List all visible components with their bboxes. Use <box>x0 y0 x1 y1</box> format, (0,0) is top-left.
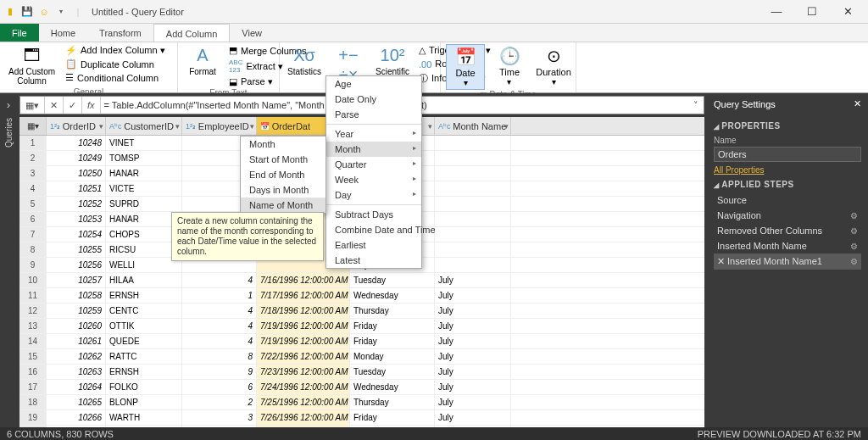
corner-cell[interactable]: ▦▾ <box>19 117 47 135</box>
submenu-days-month[interactable]: Days in Month <box>241 182 326 198</box>
save-icon[interactable]: 💾 <box>20 5 34 19</box>
stats-icon: Xσ <box>293 46 315 65</box>
maximize-button[interactable]: ☐ <box>802 5 822 18</box>
gear-icon[interactable]: ⚙ <box>850 211 858 220</box>
applied-step[interactable]: Inserted Month Name⚙ <box>714 238 861 253</box>
conditional-icon: ☰ <box>65 72 74 83</box>
table-row[interactable]: 1010257HILAA47/16/1996 12:00:00 AMTuesda… <box>19 273 704 288</box>
menu-latest[interactable]: Latest <box>326 253 421 268</box>
menu-age[interactable]: Age <box>326 76 421 92</box>
menu-year[interactable]: Year▸ <box>326 126 421 142</box>
add-index-column-button[interactable]: ⚡Add Index Column ▾ <box>64 44 167 57</box>
custom-column-icon: 🗔 <box>24 46 41 65</box>
gear-icon[interactable]: ⚙ <box>850 242 858 251</box>
col-employeeid[interactable]: 1²₃ EmployeeID▾ <box>182 117 257 135</box>
menu-parse[interactable]: Parse <box>326 107 421 122</box>
tooltip: Create a new column containing the name … <box>171 212 324 261</box>
table-row[interactable]: 1510262RATTC87/22/1996 12:00:00 AMMonday… <box>19 349 704 365</box>
duplicate-column-button[interactable]: 📋Duplicate Column <box>64 58 167 70</box>
date-button[interactable]: 📅Date▾ <box>446 44 485 90</box>
menu-day[interactable]: Day▸ <box>326 187 421 203</box>
table-row[interactable]: 1410261QUEDE47/19/1996 12:00:00 AMFriday… <box>19 334 704 349</box>
duration-button[interactable]: ⊙Duration▾ <box>534 44 573 88</box>
table-row[interactable]: 1810265BLONP27/25/1996 12:00:00 AMThursd… <box>19 395 704 410</box>
tab-transform[interactable]: Transform <box>87 24 153 42</box>
trig-icon: △ <box>419 45 426 56</box>
menu-quarter[interactable]: Quarter▸ <box>326 157 421 172</box>
table-row[interactable]: 1610263ERNSH97/23/1996 12:00:00 AMTuesda… <box>19 365 704 380</box>
gear-icon[interactable]: ⚙ <box>850 257 858 266</box>
submenu-month[interactable]: Month <box>241 136 326 152</box>
settings-title: Query Settings <box>714 99 776 109</box>
table-row[interactable]: 1310260OTTIK47/19/1996 12:00:00 AMFriday… <box>19 319 704 334</box>
tab-file[interactable]: File <box>0 24 39 42</box>
col-customerid[interactable]: Aᵇc CustomerID▾ <box>106 117 182 135</box>
smiley-icon[interactable]: ☺ <box>37 5 51 19</box>
tab-view[interactable]: View <box>230 24 274 42</box>
queries-label: Queries <box>4 118 14 148</box>
status-right: PREVIEW DOWNLOADED AT 6:32 PM <box>698 429 861 439</box>
close-button[interactable]: ✕ <box>837 5 858 18</box>
table-row[interactable]: 1110258ERNSH17/17/1996 12:00:00 AMWednes… <box>19 288 704 304</box>
properties-section[interactable]: PROPERTIES <box>714 121 861 131</box>
menu-tabs: File Home Transform Add Column View <box>0 24 868 42</box>
applied-step[interactable]: Navigation⚙ <box>714 208 861 223</box>
gear-icon[interactable]: ⚙ <box>850 226 858 236</box>
time-icon: 🕒 <box>499 46 520 66</box>
menu-month[interactable]: Month▸ <box>326 142 421 157</box>
app-icon: ▮ <box>3 5 17 19</box>
format-icon: A <box>197 46 208 65</box>
menu-earliest[interactable]: Earliest <box>326 237 421 253</box>
applied-step[interactable]: Source <box>714 192 861 208</box>
status-left: 6 COLUMNS, 830 ROWS <box>7 429 114 439</box>
menu-week[interactable]: Week▸ <box>326 172 421 187</box>
ribbon: 🗔 Add Custom Column ⚡Add Index Column ▾ … <box>0 42 868 93</box>
table-row[interactable]: 1710264FOLKO67/24/1996 12:00:00 AMWednes… <box>19 380 704 395</box>
formula-accept[interactable]: ✓ <box>64 97 82 114</box>
conditional-column-button[interactable]: ☰Conditional Column <box>64 71 167 84</box>
tab-home[interactable]: Home <box>39 24 87 42</box>
submenu-name-month[interactable]: Name of Month <box>241 198 326 213</box>
date-icon: 📅 <box>455 47 476 67</box>
all-properties-link[interactable]: All Properties <box>714 165 861 175</box>
settings-close[interactable]: ✕ <box>854 98 861 109</box>
scientific-button[interactable]: 10²Scientific <box>373 44 412 78</box>
parse-icon: ⬓ <box>229 76 237 87</box>
menu-date-only[interactable]: Date Only <box>326 92 421 107</box>
extract-icon: ABC123 <box>229 58 242 74</box>
table-row[interactable]: 1910266WARTH37/26/1996 12:00:00 AMFriday… <box>19 410 704 426</box>
window-title: Untitled - Query Editor <box>92 7 184 17</box>
format-button[interactable]: A Format <box>183 44 222 78</box>
qat-dropdown[interactable]: ▾ <box>54 5 68 19</box>
formula-dropdown[interactable]: ˅ <box>688 100 704 111</box>
scientific-icon: 10² <box>381 46 405 65</box>
rounding-icon: .00 <box>419 59 431 70</box>
month-submenu: Month Start of Month End of Month Days i… <box>240 136 326 214</box>
statistics-button[interactable]: XσStatistics <box>285 44 324 78</box>
menu-combine[interactable]: Combine Date and Time <box>326 222 421 237</box>
queries-pane-collapsed[interactable]: › Queries <box>0 93 17 427</box>
merge-icon: ⬒ <box>229 45 237 56</box>
query-name-input[interactable] <box>714 147 861 162</box>
submenu-end-month[interactable]: End of Month <box>241 167 326 182</box>
table-row[interactable]: 1210259CENTC47/18/1996 12:00:00 AMThursd… <box>19 304 704 319</box>
formula-grid-icon[interactable]: ▦▾ <box>20 97 45 114</box>
col-monthname[interactable]: Aᵇc Month Name▾ <box>435 117 511 135</box>
tab-add-column[interactable]: Add Column <box>153 24 231 42</box>
status-bar: 6 COLUMNS, 830 ROWS PREVIEW DOWNLOADED A… <box>0 427 868 440</box>
applied-step[interactable]: ✕ Inserted Month Name1⚙ <box>714 253 861 270</box>
submenu-start-month[interactable]: Start of Month <box>241 152 326 167</box>
expand-icon[interactable]: › <box>7 98 10 111</box>
menu-subtract-days[interactable]: Subtract Days <box>326 207 421 222</box>
formula-fx[interactable]: fx <box>82 97 101 114</box>
add-custom-column-button[interactable]: 🗔 Add Custom Column <box>5 44 58 87</box>
duration-icon: ⊙ <box>547 46 561 66</box>
applied-step[interactable]: Removed Other Columns⚙ <box>714 223 861 238</box>
date-menu: Age Date Only Parse Year▸ Month▸ Quarter… <box>326 75 422 269</box>
minimize-button[interactable]: — <box>766 5 787 18</box>
time-button[interactable]: 🕒Time▾ <box>490 44 529 88</box>
formula-cancel[interactable]: ✕ <box>45 97 64 114</box>
name-label: Name <box>714 136 861 145</box>
col-orderid[interactable]: 1²₃ OrderID▾ <box>47 117 106 135</box>
applied-steps-section[interactable]: APPLIED STEPS <box>714 180 861 189</box>
